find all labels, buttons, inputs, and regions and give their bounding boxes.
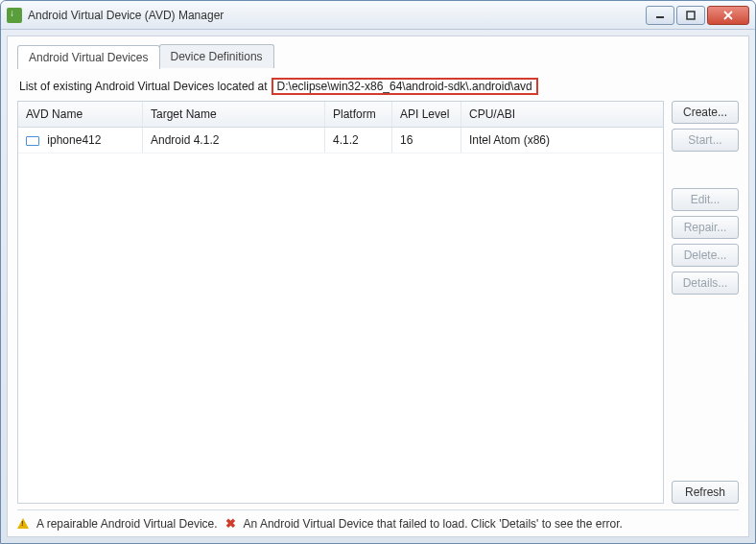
avd-table: AVD Name Target Name Platform API Level … [17,101,664,504]
client-area: Android Virtual Devices Device Definitio… [7,35,749,537]
table-header: AVD Name Target Name Platform API Level … [18,102,663,128]
details-button[interactable]: Details... [672,272,739,295]
warning-icon [17,518,29,529]
app-icon [7,8,22,23]
repair-button[interactable]: Repair... [672,216,739,239]
cell-target: Android 4.1.2 [143,128,325,153]
delete-button[interactable]: Delete... [672,244,739,267]
col-header-api[interactable]: API Level [392,102,461,127]
flex-spacer [672,299,739,476]
footer-legend: A repairable Android Virtual Device. ✖ A… [17,509,739,531]
legend-repairable: A repairable Android Virtual Device. [36,517,218,531]
svg-rect-1 [687,12,695,19]
side-button-column: Create... Start... Edit... Repair... Del… [672,101,739,504]
col-header-platform[interactable]: Platform [325,102,392,127]
device-icon [26,136,39,146]
close-icon [723,11,733,20]
titlebar[interactable]: Android Virtual Device (AVD) Manager [1,1,755,30]
cell-api: 16 [392,128,461,153]
tab-device-definitions[interactable]: Device Definitions [159,44,274,68]
window-frame: Android Virtual Device (AVD) Manager And… [0,0,756,544]
legend-failed: An Android Virtual Device that failed to… [244,517,623,531]
cell-cpu: Intel Atom (x86) [461,128,663,153]
create-button[interactable]: Create... [672,101,739,124]
avd-path-highlight: D:\eclipse\win32-x86_64\android-sdk\.and… [272,78,538,95]
tab-avd[interactable]: Android Virtual Devices [17,45,160,69]
button-gap [672,156,739,183]
main-content: AVD Name Target Name Platform API Level … [17,101,739,504]
window-controls [646,6,749,25]
error-icon: ✖ [225,516,236,531]
maximize-icon [686,11,696,20]
col-header-name[interactable]: AVD Name [18,102,143,127]
table-body[interactable]: iphone412 Android 4.1.2 4.1.2 16 Intel A… [18,128,663,503]
edit-button[interactable]: Edit... [672,188,739,211]
minimize-icon [655,11,665,20]
intro-prefix: List of existing Android Virtual Devices… [19,80,268,93]
refresh-button[interactable]: Refresh [672,481,739,504]
close-button[interactable] [707,6,749,25]
col-header-cpu[interactable]: CPU/ABI [461,102,663,127]
minimize-button[interactable] [646,6,674,25]
intro-text: List of existing Android Virtual Devices… [19,78,739,95]
cell-name: iphone412 [18,128,143,153]
table-row[interactable]: iphone412 Android 4.1.2 4.1.2 16 Intel A… [18,128,663,154]
cell-platform: 4.1.2 [325,128,392,153]
tab-bar: Android Virtual Devices Device Definitio… [17,44,739,68]
maximize-button[interactable] [676,6,705,25]
col-header-target[interactable]: Target Name [143,102,325,127]
cell-name-text: iphone412 [47,133,101,147]
start-button[interactable]: Start... [672,129,739,152]
window-title: Android Virtual Device (AVD) Manager [28,9,646,22]
